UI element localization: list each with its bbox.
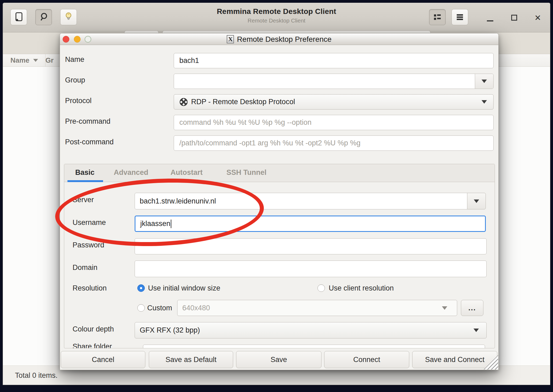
password-input[interactable] — [135, 238, 487, 254]
domain-input[interactable] — [135, 261, 487, 277]
protocol-value: RDP - Remote Desktop Protocol — [191, 98, 295, 106]
dialog-maximize-traffic-light[interactable] — [85, 36, 91, 43]
chevron-down-icon — [474, 329, 479, 332]
save-label: Save — [271, 356, 287, 364]
list-view-icon — [433, 13, 442, 21]
server-value: bach1.strw.leidenuniv.nl — [140, 197, 216, 205]
tab-advanced[interactable]: Advanced — [114, 168, 148, 177]
active-tab-indicator — [67, 180, 103, 182]
username-input[interactable]: jklaassen — [135, 216, 486, 232]
pre-command-label: Pre-command — [65, 117, 111, 126]
domain-label: Domain — [73, 263, 97, 272]
list-view-toggle-button[interactable] — [429, 9, 446, 25]
resolution-label: Resolution — [73, 284, 107, 292]
close-button[interactable]: ✕ — [530, 3, 546, 32]
dialog-titlebar[interactable]: X Remote Desktop Preference — [60, 33, 498, 45]
save-and-connect-button[interactable]: Save and Connect — [412, 351, 497, 368]
connect-button[interactable]: Connect — [324, 351, 409, 368]
headerbar: Remmina Remote Desktop Client Remote Des… — [3, 3, 550, 32]
cancel-label: Cancel — [92, 356, 114, 364]
post-command-label: Post-command — [65, 138, 114, 146]
settings-notebook: Basic Advanced Autostart SSH Tunnel Serv… — [64, 164, 495, 348]
text-caret — [171, 220, 171, 228]
radio-custom-resolution[interactable] — [137, 304, 145, 312]
save-button[interactable]: Save — [236, 351, 321, 368]
minimize-button[interactable] — [482, 3, 498, 32]
username-label: Username — [73, 218, 106, 227]
x11-app-icon: X — [227, 35, 234, 43]
save-as-default-label: Save as Default — [165, 356, 217, 364]
server-combo-entry[interactable]: bach1.strw.leidenuniv.nl — [135, 193, 467, 209]
share-folder-label: Share folder — [73, 342, 112, 348]
colour-depth-combo[interactable]: GFX RFX (32 bpp) — [135, 322, 487, 338]
sort-arrow-icon — [33, 59, 38, 62]
dialog-close-traffic-light[interactable] — [63, 36, 69, 43]
resolution-more-button[interactable]: ... — [461, 300, 483, 316]
save-as-default-button[interactable]: Save as Default — [149, 351, 233, 368]
dialog-title: Remote Desktop Preference — [237, 35, 331, 44]
tab-autostart[interactable]: Autostart — [171, 168, 203, 177]
search-icon — [39, 12, 48, 22]
server-dropdown-button[interactable] — [467, 193, 486, 209]
group-combo[interactable] — [174, 74, 494, 89]
close-icon: ✕ — [534, 13, 541, 22]
radio-client-resolution[interactable] — [317, 284, 325, 292]
tab-basic[interactable]: Basic — [75, 168, 94, 177]
new-connection-button[interactable] — [10, 9, 27, 25]
colour-depth-value: GFX RFX (32 bpp) — [140, 326, 200, 334]
chevron-down-icon — [482, 100, 487, 104]
status-total-items: Total 0 items. — [15, 371, 58, 380]
lightbulb-icon — [65, 12, 73, 22]
share-folder-combo[interactable] — [143, 345, 485, 348]
name-label: Name — [65, 55, 84, 64]
dialog-minimize-traffic-light[interactable] — [74, 36, 81, 43]
rdp-protocol-icon — [179, 98, 188, 106]
tabbar: Basic Advanced Autostart SSH Tunnel — [64, 164, 495, 182]
name-input[interactable] — [174, 53, 494, 68]
username-value: jklaassen — [140, 220, 171, 228]
pre-command-input[interactable] — [174, 115, 494, 130]
minimize-icon — [487, 20, 493, 21]
server-label: Server — [73, 196, 94, 204]
radio-initial-window-size-label: Use initial window size — [148, 284, 220, 292]
ellipsis-label: ... — [468, 304, 476, 312]
radio-client-resolution-label: Use client resolution — [329, 284, 394, 292]
maximize-button[interactable] — [506, 3, 522, 32]
column-name[interactable]: Name — [10, 56, 29, 65]
maximize-icon — [511, 15, 517, 21]
connect-label: Connect — [353, 356, 380, 364]
post-command-input[interactable] — [174, 135, 494, 151]
radio-custom-label: Custom — [147, 304, 172, 312]
cancel-button[interactable]: Cancel — [61, 351, 145, 368]
protocol-combo[interactable]: RDP - Remote Desktop Protocol — [174, 94, 494, 110]
chevron-down-icon — [482, 80, 487, 83]
search-button[interactable] — [35, 9, 52, 25]
new-document-icon — [14, 12, 24, 22]
custom-resolution-combo[interactable]: 640x480 — [177, 300, 457, 316]
custom-resolution-value: 640x480 — [182, 304, 210, 312]
remote-desktop-preference-dialog: X Remote Desktop Preference Name Group P… — [60, 33, 499, 370]
news-button[interactable] — [60, 9, 77, 25]
chevron-down-icon — [442, 306, 447, 310]
password-label: Password — [73, 241, 104, 249]
tab-ssh-tunnel[interactable]: SSH Tunnel — [226, 168, 267, 177]
protocol-label: Protocol — [65, 97, 92, 105]
hamburger-menu-icon — [456, 13, 464, 21]
colour-depth-label: Colour depth — [73, 325, 114, 333]
chevron-down-icon — [474, 199, 479, 203]
group-dropdown-button[interactable] — [475, 74, 493, 89]
main-menu-button[interactable] — [452, 9, 468, 25]
column-group[interactable]: Gr — [46, 56, 54, 65]
group-label: Group — [65, 76, 85, 84]
save-and-connect-label: Save and Connect — [425, 356, 484, 364]
column-divider — [45, 54, 46, 67]
radio-initial-window-size[interactable] — [137, 284, 145, 292]
